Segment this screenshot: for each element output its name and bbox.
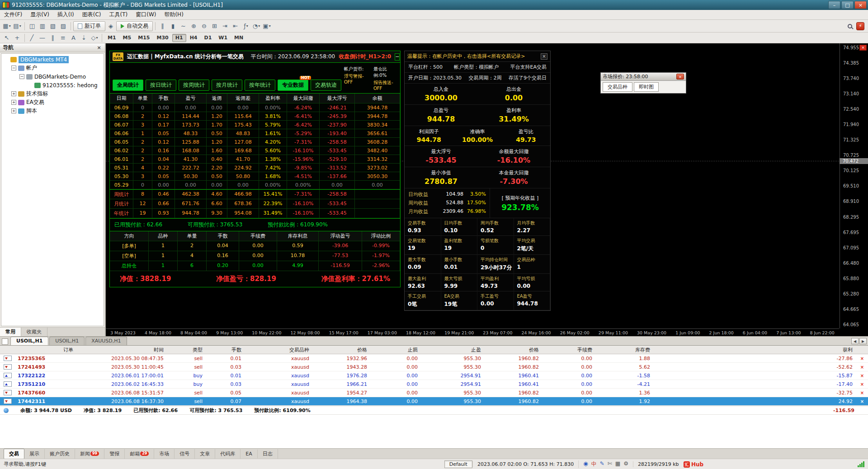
settings-icon[interactable]: ⚙ bbox=[623, 460, 628, 468]
nav-item-ea[interactable]: + EA交易 bbox=[1, 98, 104, 107]
timeframe-m30[interactable]: M30 bbox=[153, 34, 171, 42]
daily-row[interactable]: 06.07 3 0.17 173.73 1.70 175.43 5.79% -6… bbox=[110, 121, 400, 129]
column-header[interactable]: 库存费 bbox=[596, 347, 654, 353]
close-order-icon[interactable]: × bbox=[856, 373, 868, 378]
connection-icon[interactable]: ◉ bbox=[583, 460, 588, 468]
stats-tab-global[interactable]: 全局统计 bbox=[113, 80, 143, 91]
line-chart-icon[interactable]: ~ bbox=[179, 21, 189, 31]
autotrade-button[interactable]: 自动交易 bbox=[116, 21, 153, 31]
trendline-icon[interactable]: ╱ bbox=[27, 33, 37, 43]
column-header[interactable]: 时间 bbox=[77, 347, 167, 353]
profiles-icon[interactable]: ▤▾ bbox=[12, 21, 22, 31]
tab-signals[interactable]: 信号 bbox=[175, 449, 195, 459]
timeframe-w1[interactable]: W1 bbox=[215, 34, 231, 42]
menu-item[interactable]: 显示(V) bbox=[26, 9, 53, 20]
timeframe-h1[interactable]: H1 bbox=[172, 34, 186, 42]
daily-row[interactable]: 06.02 2 0.16 168.08 1.60 169.68 5.60% -1… bbox=[110, 146, 400, 155]
timeframe-m15[interactable]: M15 bbox=[135, 34, 153, 42]
new-order-button[interactable]: 新订单 bbox=[73, 21, 105, 31]
close-order-icon[interactable]: × bbox=[856, 365, 868, 370]
chart-tab-xauusd[interactable]: XAUUSD,H1 bbox=[85, 337, 127, 345]
stats-tab-track[interactable]: 交易轨迹 bbox=[311, 80, 341, 91]
order-row[interactable]: 17437660 2023.06.08 15:31:57 sell 0.05 x… bbox=[0, 389, 868, 397]
panel-close-icon[interactable]: × bbox=[541, 53, 547, 60]
new-chart-icon[interactable]: ▦▾ bbox=[2, 21, 12, 31]
order-row-selected[interactable]: 17442311 2023.06.08 16:37:30 sell 0.07 x… bbox=[0, 397, 868, 406]
position-row-long[interactable]: [多单] 1 2 0.04 0.00 0.59 -39.06 -0.99% bbox=[110, 241, 400, 251]
candle-chart-icon[interactable]: ▮ bbox=[168, 21, 178, 31]
stats-tab-weekly[interactable]: 按周统计 bbox=[179, 80, 209, 91]
maximize-button[interactable]: □ bbox=[841, 1, 854, 9]
daily-row[interactable]: 05.29 0 0.00 0.00 0.00 0.00 0.00% 0.00% … bbox=[110, 181, 400, 189]
tab-market[interactable]: 市场 bbox=[154, 449, 175, 459]
report-push-toggle[interactable]: 报告推送-OFF bbox=[373, 80, 397, 91]
tab-alerts[interactable]: 警报 bbox=[104, 449, 125, 459]
channel-icon[interactable]: ∥ bbox=[48, 33, 58, 43]
menu-item[interactable]: 文件(F) bbox=[0, 9, 26, 20]
expander-icon[interactable]: + bbox=[11, 91, 16, 96]
scroll-left-icon[interactable]: ◀ bbox=[851, 338, 859, 344]
fibonacci-icon[interactable]: ≡ bbox=[58, 33, 68, 43]
menu-item[interactable]: 插入(I) bbox=[53, 9, 78, 20]
profile-selector[interactable]: Default bbox=[444, 460, 472, 468]
column-header[interactable]: 类型 bbox=[167, 347, 206, 353]
daily-row[interactable]: 06.05 2 0.12 125.88 1.20 127.08 4.20% -7… bbox=[110, 138, 400, 146]
collapse-panel-button[interactable]: − bbox=[395, 53, 400, 61]
timeframe-mn[interactable]: MN bbox=[231, 34, 246, 42]
grid-icon[interactable]: ▦ bbox=[615, 460, 620, 468]
indicator-close-icon[interactable]: × bbox=[859, 45, 867, 51]
tab-journal[interactable]: 日志 bbox=[258, 449, 278, 459]
tab-news[interactable]: 新闻 99 bbox=[75, 449, 104, 459]
data-window-icon[interactable]: ▥ bbox=[38, 21, 47, 31]
market-watch-titlebar[interactable]: 市场报价: 23:58:00 × bbox=[601, 73, 686, 81]
market-watch-close-icon[interactable]: × bbox=[676, 74, 684, 80]
timeframe-m1[interactable]: M1 bbox=[104, 34, 119, 42]
daily-row[interactable]: 05.31 4 0.22 222.72 2.20 224.92 7.42% -9… bbox=[110, 164, 400, 172]
nav-tab-favorites[interactable]: 收藏夹 bbox=[21, 328, 47, 336]
cut-icon[interactable]: ✄ bbox=[608, 460, 612, 468]
minimize-button[interactable]: – bbox=[828, 1, 840, 9]
templates-icon[interactable]: ▣▾ bbox=[262, 21, 272, 31]
column-header[interactable]: 价格 bbox=[313, 347, 371, 353]
text-label-icon[interactable]: A bbox=[69, 33, 79, 43]
expander-icon[interactable]: + bbox=[11, 100, 16, 105]
terminal-icon[interactable]: ▨ bbox=[58, 21, 68, 31]
navigator-icon[interactable]: ▧ bbox=[48, 21, 58, 31]
close-order-icon[interactable]: × bbox=[856, 390, 868, 395]
arrows-icon[interactable]: ⇣ bbox=[79, 33, 89, 43]
close-order-icon[interactable]: × bbox=[856, 382, 868, 387]
scroll-right-icon[interactable]: ▶ bbox=[859, 338, 867, 344]
daily-row[interactable]: 06.06 1 0.05 48.33 0.50 48.83 1.61% -5.2… bbox=[110, 129, 400, 138]
plugin-icon[interactable]: ⚡ bbox=[856, 22, 864, 30]
stats-tab-monthly[interactable]: 按月统计 bbox=[212, 80, 242, 91]
nav-item-scripts[interactable]: + 脚本 bbox=[1, 107, 104, 115]
crosshair-icon[interactable]: + bbox=[12, 33, 22, 43]
chart-tab-usoil-1[interactable]: USOIL,H1 bbox=[10, 337, 48, 345]
daily-row[interactable]: 06.08 2 0.12 114.44 1.20 115.64 3.81% -6… bbox=[110, 112, 400, 121]
nav-item-indicators[interactable]: + 技术指标 bbox=[1, 89, 104, 98]
metaeditor-icon[interactable]: ◈ bbox=[106, 21, 116, 31]
edit-icon[interactable]: ✎ bbox=[600, 460, 604, 468]
tab-code-base[interactable]: 代码库 bbox=[215, 449, 241, 459]
monthly-summary-row[interactable]: 月统计 12 0.66 671.76 6.60 678.36 22.39% -1… bbox=[110, 199, 400, 209]
nav-item-accounts[interactable]: − 帐户 bbox=[1, 64, 104, 72]
position-row-short[interactable]: [空单] 1 4 0.16 0.00 10.78 -77.53 -1.97% bbox=[110, 251, 400, 261]
language-icon[interactable]: 中 bbox=[591, 460, 597, 468]
chart-shift-icon[interactable]: ⇤ bbox=[231, 21, 241, 31]
column-header[interactable]: 价格 bbox=[485, 347, 542, 353]
market-watch-icon[interactable]: ◫ bbox=[27, 21, 37, 31]
zoom-out-icon[interactable]: ⊖ bbox=[199, 21, 209, 31]
expander-icon[interactable]: − bbox=[11, 66, 16, 70]
float-alert-toggle[interactable]: 浮亏警报-OFF bbox=[344, 73, 368, 84]
nav-tab-common[interactable]: 常用 bbox=[0, 328, 21, 336]
navigator-close-icon[interactable]: × bbox=[96, 45, 102, 51]
column-header[interactable]: 获利 bbox=[654, 347, 856, 353]
nav-item-account-912035555[interactable]: 912035555: hedong bbox=[1, 81, 104, 89]
search-icon[interactable] bbox=[848, 24, 852, 28]
close-order-icon[interactable]: × bbox=[856, 356, 868, 361]
tab-exposure[interactable]: 展示 bbox=[24, 449, 45, 459]
horizontal-line-icon[interactable]: — bbox=[38, 33, 47, 43]
order-row[interactable]: 17351210 2023.06.02 16:45:33 buy 0.03 xa… bbox=[0, 380, 868, 389]
position-row-total[interactable]: 总持仓 1 6 0.20 0.00 4.99 -116.59 -2.96% bbox=[110, 261, 400, 271]
periods-icon[interactable]: ◔▾ bbox=[251, 21, 261, 31]
